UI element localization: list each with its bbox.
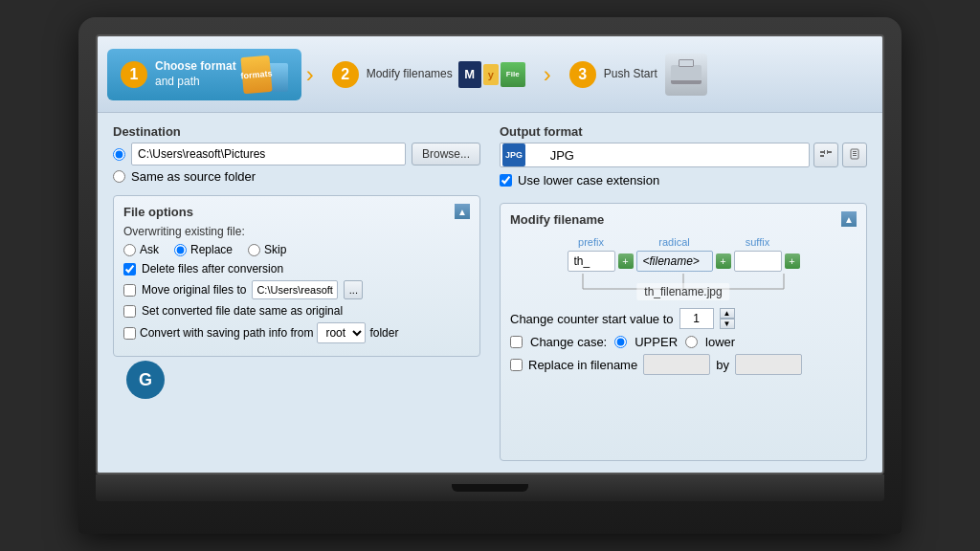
ask-option: Ask [123, 243, 159, 256]
step-1-text2: and path [155, 75, 236, 90]
convert-saving-label: Convert with saving path info from [140, 326, 313, 340]
replace-from-input[interactable] [643, 354, 710, 375]
prefix-plus-btn[interactable]: + [618, 253, 634, 269]
delete-files-checkbox[interactable] [123, 263, 136, 276]
change-case-label: Change case: [530, 335, 607, 349]
skip-label: Skip [264, 243, 286, 256]
file-options-section: File options ▲ Overwriting existing file… [113, 195, 480, 357]
svg-rect-3 [828, 151, 832, 153]
upper-radio[interactable] [614, 336, 627, 348]
file-options-title: File options [123, 205, 193, 219]
folder-label: folder [369, 326, 398, 340]
delete-files-label: Delete files after conversion [142, 262, 283, 276]
wizard-step-1[interactable]: 1 Choose format and path formats [107, 49, 301, 100]
dest-path-field[interactable] [131, 143, 406, 165]
step-1-text1: Choose format [155, 59, 236, 75]
wizard-step-2[interactable]: 2 Modify filenames M y File [319, 54, 539, 96]
overwriting-label: Overwriting existing file: [123, 225, 470, 238]
suffix-plus-btn[interactable]: + [785, 253, 800, 269]
counter-label: Change counter start value to [510, 312, 674, 326]
counter-input[interactable] [679, 308, 714, 329]
set-date-checkbox[interactable] [123, 305, 136, 318]
format-select[interactable]: JPG [500, 143, 810, 167]
counter-up-btn[interactable]: ▲ [720, 308, 735, 319]
replace-checkbox[interactable] [510, 359, 523, 371]
preview-lines: th_filename.jpg [559, 272, 808, 300]
file-options-header: File options ▲ [123, 204, 470, 219]
convert-dropdown[interactable]: root [317, 322, 366, 343]
laptop-notch [452, 484, 528, 492]
change-case-checkbox[interactable] [510, 336, 523, 348]
step-2-number: 2 [332, 61, 359, 88]
suffix-input[interactable] [734, 251, 782, 272]
destination-section: Destination Browse... Same as source fol… [113, 124, 480, 187]
replace-radio[interactable] [174, 244, 187, 256]
lower-label: lower [705, 335, 735, 349]
step-1-icon: formats [242, 56, 288, 93]
svg-rect-0 [820, 151, 824, 153]
radical-box: <filename> [636, 251, 713, 272]
file-options-collapse[interactable]: ▲ [455, 204, 470, 219]
move-original-row: Move original files to ... [123, 280, 470, 299]
laptop-screen: 1 Choose format and path formats › 2 Mo [96, 34, 884, 474]
replace-option: Replace [174, 243, 233, 256]
set-date-label: Set converted file date same as original [142, 304, 343, 318]
convert-row: Convert with saving path info from root … [123, 322, 470, 343]
svg-rect-2 [824, 150, 825, 154]
path-row: Browse... [113, 143, 480, 165]
counter-down-btn[interactable]: ▼ [720, 319, 735, 329]
replace-to-input[interactable] [735, 354, 802, 375]
format-select-wrapper: JPG JPG [500, 143, 810, 167]
radical-label: radical [658, 236, 689, 248]
move-original-label: Move original files to [142, 283, 246, 297]
step-3-icon [665, 54, 707, 96]
destination-title: Destination [113, 124, 480, 139]
filename-preview: prefix radical suffix [510, 234, 857, 300]
skip-radio[interactable] [248, 244, 260, 256]
same-as-source-row: Same as source folder [113, 169, 480, 184]
step-2-icon: M y File [458, 61, 525, 88]
convert-checkbox[interactable] [123, 327, 136, 340]
browse-button[interactable]: Browse... [412, 143, 480, 165]
overwriting-radio-row: Ask Replace Skip [123, 243, 470, 256]
lowercase-row: Use lower case extension [500, 173, 867, 187]
ask-radio[interactable] [123, 244, 136, 256]
format-info-btn[interactable] [842, 143, 867, 167]
parts-inputs: + <filename> + + [568, 251, 800, 272]
left-panel: Destination Browse... Same as source fol… [113, 124, 480, 461]
radical-plus-btn[interactable]: + [716, 253, 731, 269]
replace-row: Replace in filename by [510, 354, 857, 375]
output-section: Output format JPG JPG [500, 124, 867, 187]
move-path-field[interactable] [252, 280, 338, 299]
step-3-text: Push Start [604, 67, 657, 82]
watermark-icon: G [126, 361, 165, 399]
delete-files-row: Delete files after conversion [123, 262, 470, 276]
prefix-label: prefix [578, 236, 604, 248]
logo-area: G [113, 364, 480, 412]
move-dots-button[interactable]: ... [344, 280, 363, 299]
wizard-step-3[interactable]: 3 Push Start [556, 46, 721, 103]
svg-rect-4 [827, 150, 828, 154]
lowercase-checkbox[interactable] [500, 174, 512, 187]
settings-icon [819, 148, 833, 162]
set-date-row: Set converted file date same as original [123, 304, 470, 318]
replace-label: Replace in filename [528, 358, 637, 372]
dest-same-radio[interactable] [113, 170, 125, 183]
wizard-bar: 1 Choose format and path formats › 2 Mo [98, 36, 882, 113]
lower-radio[interactable] [685, 336, 698, 348]
app-window: 1 Choose format and path formats › 2 Mo [98, 36, 882, 473]
prefix-input[interactable] [568, 251, 615, 272]
move-original-checkbox[interactable] [123, 284, 136, 297]
step-3-number: 3 [569, 61, 596, 88]
same-as-source-label: Same as source folder [131, 169, 256, 184]
arrow-2: › [539, 61, 556, 88]
by-label: by [716, 358, 729, 372]
modify-collapse[interactable]: ▲ [841, 211, 857, 227]
format-row: JPG JPG [500, 143, 867, 167]
preview-filename: th_filename.jpg [636, 283, 729, 300]
parts-labels: prefix radical suffix [568, 234, 800, 249]
dest-path-radio[interactable] [113, 148, 125, 161]
svg-rect-1 [820, 155, 824, 157]
format-settings-btn[interactable] [813, 143, 838, 167]
counter-row: Change counter start value to ▲ ▼ [510, 308, 857, 329]
